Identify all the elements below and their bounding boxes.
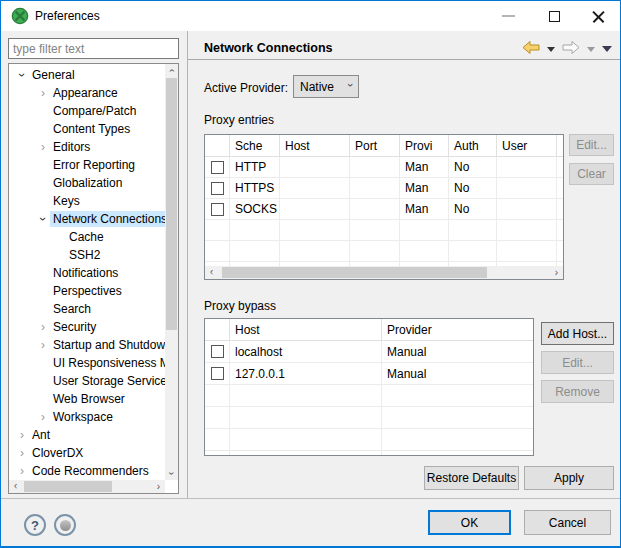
- tree-item-cache[interactable]: ›Cache: [9, 228, 165, 246]
- page-title: Network Connections: [204, 41, 333, 55]
- row-checkbox[interactable]: [211, 345, 224, 358]
- tree-item-compare-patch[interactable]: ›Compare/Patch: [9, 102, 165, 120]
- column-provider[interactable]: Provider: [382, 319, 533, 340]
- chevron-collapsed-icon[interactable]: ›: [36, 338, 50, 352]
- chevron-collapsed-icon[interactable]: ›: [36, 86, 50, 100]
- panel-divider[interactable]: [187, 31, 188, 498]
- help-button[interactable]: ?: [24, 514, 46, 536]
- active-provider-select[interactable]: Native ›: [293, 75, 359, 98]
- row-checkbox[interactable]: [211, 182, 224, 195]
- chevron-collapsed-icon[interactable]: ›: [15, 446, 29, 460]
- page-navigation: [522, 39, 612, 59]
- tree-item-workspace[interactable]: ›Workspace: [9, 408, 165, 426]
- maximize-button[interactable]: [534, 1, 574, 31]
- cancel-button[interactable]: Cancel: [524, 510, 611, 535]
- tree-horizontal-scrollbar[interactable]: › ›: [9, 480, 165, 493]
- column-host[interactable]: Host: [280, 135, 350, 156]
- scrollbar-thumb[interactable]: [222, 267, 487, 278]
- back-menu-icon[interactable]: [547, 47, 555, 52]
- forward-menu-icon[interactable]: [587, 47, 595, 52]
- edit-entry-button[interactable]: Edit...: [569, 134, 614, 156]
- scroll-left-icon[interactable]: ›: [9, 480, 22, 493]
- tree-item-perspectives[interactable]: ›Perspectives: [9, 282, 165, 300]
- scrollbar-thumb[interactable]: [166, 78, 177, 330]
- proxy-bypass-rows: localhost Manual 127.0.0.1 Manual: [205, 341, 533, 455]
- scroll-right-icon[interactable]: ›: [152, 480, 165, 493]
- tree-rows: ›General ›Appearance ›Compare/Patch ›Con…: [9, 66, 165, 480]
- table-horizontal-scrollbar[interactable]: › ›: [205, 266, 563, 279]
- ok-button[interactable]: OK: [428, 510, 511, 535]
- tree-item-web-browser[interactable]: ›Web Browser: [9, 390, 165, 408]
- empty-row: [205, 451, 533, 455]
- scrollbar-thumb[interactable]: [24, 481, 112, 492]
- add-host-button[interactable]: Add Host...: [541, 322, 614, 345]
- chevron-collapsed-icon[interactable]: ›: [15, 464, 29, 478]
- chevron-collapsed-icon[interactable]: ›: [36, 140, 50, 154]
- tree-item-cloverdx[interactable]: ›CloverDX: [9, 444, 165, 462]
- apply-button[interactable]: Apply: [524, 466, 614, 490]
- tree-vertical-scrollbar[interactable]: › ›: [165, 64, 178, 480]
- column-auth[interactable]: Auth: [449, 135, 497, 156]
- column-schema[interactable]: Sche: [230, 135, 280, 156]
- tree-item-ui-responsiveness[interactable]: ›UI Responsiveness Monitoring: [9, 354, 165, 372]
- chevron-expanded-icon[interactable]: ›: [36, 212, 50, 226]
- tree-item-ssh2[interactable]: ›SSH2: [9, 246, 165, 264]
- table-row[interactable]: localhost Manual: [205, 341, 533, 363]
- tree-item-appearance[interactable]: ›Appearance: [9, 84, 165, 102]
- back-arrow-icon[interactable]: [522, 40, 540, 58]
- title-bar: Preferences: [1, 1, 620, 31]
- tree-item-security[interactable]: ›Security: [9, 318, 165, 336]
- scroll-left-icon[interactable]: ›: [205, 266, 218, 279]
- close-button[interactable]: [578, 1, 618, 31]
- row-checkbox[interactable]: [211, 161, 224, 174]
- tree-item-error-reporting[interactable]: ›Error Reporting: [9, 156, 165, 174]
- forward-arrow-icon[interactable]: [562, 40, 580, 58]
- chevron-expanded-icon[interactable]: ›: [15, 68, 29, 82]
- tree-item-network-connections[interactable]: ›Network Connections: [9, 210, 165, 228]
- tree-item-keys[interactable]: ›Keys: [9, 192, 165, 210]
- minimize-button[interactable]: [488, 1, 528, 31]
- column-user[interactable]: User: [497, 135, 557, 156]
- row-checkbox[interactable]: [211, 367, 224, 380]
- table-row[interactable]: HTTP Man No: [205, 157, 563, 178]
- tree-item-code-recommenders[interactable]: ›Code Recommenders: [9, 462, 165, 480]
- minimize-icon: [502, 15, 515, 17]
- footer-separator: [1, 498, 620, 499]
- tree-item-globalization[interactable]: ›Globalization: [9, 174, 165, 192]
- chevron-collapsed-icon[interactable]: ›: [36, 410, 50, 424]
- edit-host-button[interactable]: Edit...: [541, 351, 614, 374]
- tree-item-content-types[interactable]: ›Content Types: [9, 120, 165, 138]
- preference-recorder-button[interactable]: [54, 514, 76, 536]
- table-row[interactable]: HTTPS Man No: [205, 178, 563, 199]
- table-row[interactable]: SOCKS Man No: [205, 199, 563, 220]
- table-row[interactable]: 127.0.0.1 Manual: [205, 363, 533, 385]
- column-provider[interactable]: Provi: [400, 135, 449, 156]
- tree-item-ant[interactable]: ›Ant: [9, 426, 165, 444]
- proxy-entries-label: Proxy entries: [204, 113, 274, 127]
- tree-item-editors[interactable]: ›Editors: [9, 138, 165, 156]
- help-icon: ?: [31, 518, 39, 533]
- filter-input[interactable]: [8, 38, 179, 59]
- tree-item-search[interactable]: ›Search: [9, 300, 165, 318]
- tree-item-startup-and-shutdown[interactable]: ›Startup and Shutdown: [9, 336, 165, 354]
- tree-item-notifications[interactable]: ›Notifications: [9, 264, 165, 282]
- row-checkbox[interactable]: [211, 203, 224, 216]
- column-port[interactable]: Port: [350, 135, 400, 156]
- preferences-app-icon: [11, 7, 29, 28]
- restore-defaults-button[interactable]: Restore Defaults: [424, 466, 519, 490]
- column-host[interactable]: Host: [230, 319, 382, 340]
- tree-item-general[interactable]: ›General: [9, 66, 165, 84]
- empty-row: [205, 385, 533, 407]
- scroll-right-icon[interactable]: ›: [550, 266, 563, 279]
- tree-item-user-storage-service[interactable]: ›User Storage Service: [9, 372, 165, 390]
- scroll-down-icon[interactable]: ›: [165, 467, 178, 480]
- chevron-collapsed-icon[interactable]: ›: [36, 320, 50, 334]
- clear-entry-button[interactable]: Clear: [569, 163, 614, 185]
- remove-host-button[interactable]: Remove: [541, 380, 614, 403]
- view-menu-icon[interactable]: [602, 46, 612, 52]
- proxy-entries-header: Sche Host Port Provi Auth User: [205, 135, 563, 157]
- scroll-up-icon[interactable]: ›: [165, 64, 178, 77]
- window-title: Preferences: [35, 1, 100, 31]
- proxy-bypass-header: Host Provider: [205, 319, 533, 341]
- chevron-collapsed-icon[interactable]: ›: [15, 428, 29, 442]
